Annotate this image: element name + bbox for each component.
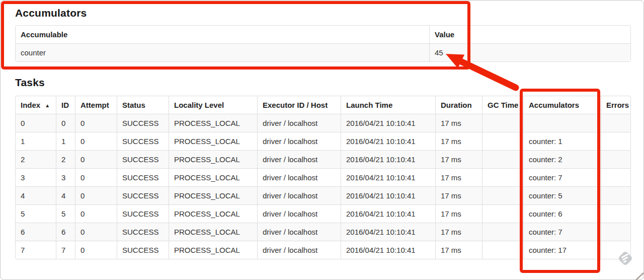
table-row: 3 3 0 SUCCESS PROCESS_LOCAL driver / loc…	[16, 168, 630, 186]
accumulators-cell: counter: 5	[523, 186, 601, 204]
executor-id-host-cell: driver / localhost	[257, 204, 341, 223]
column-header-index-label: Index	[21, 101, 40, 109]
id-cell: 1	[56, 132, 75, 150]
locality-level-cell: PROCESS_LOCAL	[169, 223, 257, 241]
executor-id-host-cell: driver / localhost	[257, 223, 341, 241]
index-cell: 6	[16, 223, 56, 241]
table-row: 6 6 0 SUCCESS PROCESS_LOCAL driver / loc…	[16, 223, 630, 241]
column-header-executor-id-host[interactable]: Executor ID / Host	[257, 96, 341, 114]
column-header-status[interactable]: Status	[117, 96, 169, 114]
table-row: 7 7 0 SUCCESS PROCESS_LOCAL driver / loc…	[16, 241, 630, 259]
attempt-cell: 0	[75, 186, 117, 204]
status-cell: SUCCESS	[117, 186, 169, 204]
accumulators-header-row: Accumulable Value	[16, 26, 630, 43]
index-cell: 4	[16, 186, 56, 204]
accumulators-cell: counter: 6	[523, 204, 601, 223]
accumulators-cell	[523, 114, 601, 132]
annotation-tool-logo-icon	[617, 250, 634, 267]
duration-cell: 17 ms	[435, 186, 482, 204]
column-header-gc-time[interactable]: GC Time	[482, 96, 523, 114]
column-header-duration[interactable]: Duration	[435, 96, 482, 114]
launch-time-cell: 2016/04/21 10:10:41	[341, 114, 435, 132]
status-cell: SUCCESS	[117, 168, 169, 186]
column-header-errors[interactable]: Errors	[601, 96, 630, 114]
column-header-accumulable[interactable]: Accumulable	[16, 26, 429, 43]
locality-level-cell: PROCESS_LOCAL	[169, 241, 257, 259]
accumulators-cell: counter: 7	[523, 168, 601, 186]
gc-time-cell	[482, 168, 523, 186]
index-cell: 1	[16, 132, 56, 150]
column-header-value[interactable]: Value	[429, 26, 630, 43]
gc-time-cell	[482, 114, 523, 132]
value-cell: 45	[429, 43, 630, 61]
column-header-locality-level[interactable]: Locality Level	[169, 96, 257, 114]
index-cell: 7	[16, 241, 56, 259]
executor-id-host-cell: driver / localhost	[257, 150, 341, 168]
status-cell: SUCCESS	[117, 204, 169, 223]
launch-time-cell: 2016/04/21 10:10:41	[341, 132, 435, 150]
locality-level-cell: PROCESS_LOCAL	[169, 204, 257, 223]
attempt-cell: 0	[75, 114, 117, 132]
id-cell: 6	[56, 223, 75, 241]
accumulators-cell: counter: 17	[523, 241, 601, 259]
locality-level-cell: PROCESS_LOCAL	[169, 114, 257, 132]
duration-cell: 17 ms	[435, 150, 482, 168]
accumulators-cell: counter: 2	[523, 150, 601, 168]
launch-time-cell: 2016/04/21 10:10:41	[341, 241, 435, 259]
gc-time-cell	[482, 150, 523, 168]
id-cell: 0	[56, 114, 75, 132]
duration-cell: 17 ms	[435, 132, 482, 150]
locality-level-cell: PROCESS_LOCAL	[169, 150, 257, 168]
table-row: 5 5 0 SUCCESS PROCESS_LOCAL driver / loc…	[16, 204, 630, 223]
accumulators-section-title: Accumulators	[15, 7, 87, 19]
attempt-cell: 0	[75, 204, 117, 223]
sort-ascending-icon: ▲	[45, 103, 50, 108]
column-header-id[interactable]: ID	[56, 96, 75, 114]
id-cell: 4	[56, 186, 75, 204]
launch-time-cell: 2016/04/21 10:10:41	[341, 186, 435, 204]
index-cell: 5	[16, 204, 56, 223]
table-row: 2 2 0 SUCCESS PROCESS_LOCAL driver / loc…	[16, 150, 630, 168]
status-cell: SUCCESS	[117, 223, 169, 241]
launch-time-cell: 2016/04/21 10:10:41	[341, 150, 435, 168]
duration-cell: 17 ms	[435, 204, 482, 223]
id-cell: 5	[56, 204, 75, 223]
duration-cell: 17 ms	[435, 114, 482, 132]
tasks-table-body: 0 0 0 SUCCESS PROCESS_LOCAL driver / loc…	[16, 114, 630, 259]
errors-cell	[601, 132, 630, 150]
locality-level-cell: PROCESS_LOCAL	[169, 132, 257, 150]
status-cell: SUCCESS	[117, 241, 169, 259]
locality-level-cell: PROCESS_LOCAL	[169, 186, 257, 204]
column-header-index[interactable]: Index▲	[16, 96, 56, 114]
launch-time-cell: 2016/04/21 10:10:41	[341, 204, 435, 223]
duration-cell: 17 ms	[435, 168, 482, 186]
column-header-launch-time[interactable]: Launch Time	[341, 96, 435, 114]
table-row: 1 1 0 SUCCESS PROCESS_LOCAL driver / loc…	[16, 132, 630, 150]
column-header-accumulators[interactable]: Accumulators	[523, 96, 601, 114]
errors-cell	[601, 150, 630, 168]
attempt-cell: 0	[75, 132, 117, 150]
gc-time-cell	[482, 186, 523, 204]
duration-cell: 17 ms	[435, 223, 482, 241]
id-cell: 7	[56, 241, 75, 259]
id-cell: 3	[56, 168, 75, 186]
column-header-attempt[interactable]: Attempt	[75, 96, 117, 114]
errors-cell	[601, 186, 630, 204]
executor-id-host-cell: driver / localhost	[257, 186, 341, 204]
duration-cell: 17 ms	[435, 241, 482, 259]
errors-cell	[601, 114, 630, 132]
tasks-section-title: Tasks	[15, 77, 45, 89]
accumulators-cell: counter: 1	[523, 132, 601, 150]
launch-time-cell: 2016/04/21 10:10:41	[341, 223, 435, 241]
errors-cell	[601, 204, 630, 223]
executor-id-host-cell: driver / localhost	[257, 132, 341, 150]
attempt-cell: 0	[75, 168, 117, 186]
locality-level-cell: PROCESS_LOCAL	[169, 168, 257, 186]
accumulators-table: Accumulable Value counter 45	[15, 25, 631, 62]
status-cell: SUCCESS	[117, 132, 169, 150]
executor-id-host-cell: driver / localhost	[257, 168, 341, 186]
executor-id-host-cell: driver / localhost	[257, 114, 341, 132]
errors-cell	[601, 223, 630, 241]
errors-cell	[601, 168, 630, 186]
attempt-cell: 0	[75, 150, 117, 168]
